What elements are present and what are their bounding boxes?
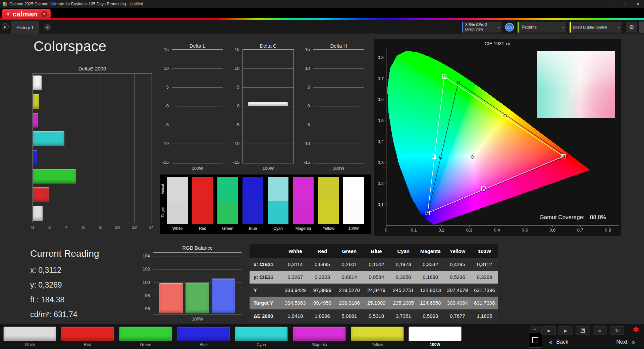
- collapse-panel-button[interactable]: ▲: [530, 326, 540, 331]
- y-tick-label: 98: [145, 293, 150, 298]
- close-button[interactable]: ×: [632, 0, 644, 8]
- calman-menu-button[interactable]: ✳ calman ▾: [2, 9, 51, 19]
- table-cell: 631,7396: [471, 297, 498, 310]
- table-cell: 97,3899: [309, 284, 336, 297]
- rgb-plot-area: [153, 252, 242, 314]
- play-button[interactable]: ▶: [558, 326, 573, 335]
- delta-l-bar: [177, 106, 217, 106]
- y-tick-label: 102: [143, 266, 150, 271]
- rgb-balance-chart: RGB Balance 1041021009896 100W: [141, 245, 245, 322]
- table-cell: 1,1605: [471, 309, 498, 322]
- minimize-button[interactable]: ─: [608, 0, 620, 8]
- table-cell: 0,1973: [390, 258, 417, 271]
- deltae-bar-cyan: [33, 131, 64, 146]
- reading-y: y: 0,3269: [30, 281, 99, 290]
- back-chevrons-icon: «: [549, 338, 552, 346]
- pattern-button-magenta[interactable]: Magenta: [293, 327, 346, 348]
- settings-gear-button[interactable]: ⚙: [626, 21, 637, 33]
- table-row--e-2000[interactable]: ΔE 20001,04181,89965,08810,53183,73510,5…: [250, 309, 498, 322]
- meter-selector[interactable]: X-Rite i1Pro 2 Direct View ▾: [462, 21, 502, 33]
- pattern-color: [293, 327, 346, 341]
- table-row-y[interactable]: Y333,942997,3899219,527024,8479245,27511…: [250, 284, 498, 297]
- refresh-button[interactable]: ↻: [610, 326, 624, 335]
- rgb-bar-green: [185, 283, 209, 313]
- pattern-button-white[interactable]: White: [3, 327, 56, 348]
- pattern-button-green[interactable]: Green: [119, 327, 172, 348]
- transport-controls: ■ ▶ ∞ ↻: [541, 326, 624, 335]
- restore-button[interactable]: □: [620, 0, 632, 8]
- pattern-button-100w[interactable]: 100W: [409, 327, 462, 348]
- meter-badge[interactable]: 233: [505, 23, 514, 32]
- table-row-x-cie31[interactable]: x: CIE310,31140,64950,26010,15020,19730,…: [250, 258, 498, 271]
- current-reading: Current Reading x: 0,3112 y: 0,3269 fL: …: [30, 248, 99, 324]
- pattern-bar: WhiteRedGreenBlueCyanMagentaYellow100W ▲…: [0, 324, 644, 349]
- delta-c-bar: [248, 102, 288, 106]
- add-tab-button[interactable]: +: [44, 24, 51, 31]
- pattern-button-label: Blue: [177, 342, 230, 347]
- table-cell: 0,5993: [417, 309, 444, 322]
- y-tick-label: -10: [233, 141, 239, 146]
- delta-h-chart: Delta H 151050-5-10-15 100W: [301, 43, 365, 177]
- patterns-selector[interactable]: Patterns ▾: [517, 21, 567, 33]
- pattern-button-cyan[interactable]: Cyan: [235, 327, 288, 348]
- calman-logo-text: calman: [13, 10, 38, 18]
- stop-button[interactable]: ■: [541, 326, 556, 335]
- pattern-button-label: Green: [119, 342, 172, 347]
- pattern-button-red[interactable]: Red: [61, 327, 114, 348]
- row-label: x: CIE31: [250, 258, 282, 271]
- table-cell: 3,7351: [390, 309, 417, 322]
- table-row-y-cie31[interactable]: y: CIE310,32670,33030,68140,05840,32500,…: [250, 271, 498, 284]
- pattern-button-label: Red: [61, 342, 114, 347]
- deltae-bar-yellow: [33, 94, 39, 109]
- table-cell: 209,9106: [336, 297, 363, 310]
- pattern-color: [351, 327, 404, 341]
- y-tick-label: 104: [143, 253, 150, 258]
- y-tick-label: -5: [306, 122, 310, 127]
- edge-panel-button[interactable]: [639, 21, 644, 33]
- display-control-selector[interactable]: Direct Display Control ▾: [569, 21, 622, 33]
- reading-cdm2: cd/m²: 631,74: [30, 310, 99, 319]
- flyout-button[interactable]: ▶: [2, 23, 9, 30]
- table-cell: 0,4295: [444, 258, 471, 271]
- chart-title: DeltaE 2000: [33, 66, 152, 71]
- next-button[interactable]: Next »: [595, 337, 635, 347]
- delta-l-plot-area: [172, 49, 223, 163]
- x-axis-label: 100W: [172, 166, 223, 171]
- table-cell: 631,7396: [471, 284, 498, 297]
- y-tick-label: -15: [233, 160, 239, 165]
- tab-history-1[interactable]: History 1: [11, 21, 39, 34]
- table-corner-cell: [250, 244, 282, 258]
- target-swatch: [167, 201, 188, 224]
- gridline: [153, 269, 242, 269]
- pattern-button-yellow[interactable]: Yellow: [351, 327, 404, 348]
- save-button[interactable]: [576, 326, 590, 335]
- table-column-header: Magenta: [417, 244, 444, 258]
- table-cell: 0,5318: [363, 309, 390, 322]
- table-cell: 333,9429: [282, 284, 309, 297]
- chevron-down-icon: ▾: [496, 26, 501, 29]
- pattern-window-button[interactable]: [529, 333, 542, 348]
- chevron-down-icon: ▾: [560, 26, 566, 29]
- x-tick-label: 12: [132, 225, 137, 230]
- pattern-color: [119, 327, 172, 341]
- calman-app-window: Calman 2025 Calman Ultimate for Business…: [0, 0, 644, 349]
- target-swatch: [217, 201, 238, 224]
- pattern-color: [409, 327, 462, 341]
- measurement-table: WhiteRedGreenBlueCyanMagentaYellow100Wx:…: [250, 244, 498, 322]
- target-swatch: [293, 201, 314, 224]
- table-row-target-y[interactable]: Target Y334,596399,4958209,910625,190023…: [250, 297, 498, 310]
- pattern-button-label: Magenta: [293, 342, 346, 347]
- table-column-header: 100W: [471, 244, 498, 258]
- pattern-button-blue[interactable]: Blue: [177, 327, 230, 348]
- back-button[interactable]: « Back: [549, 337, 588, 347]
- y-axis: 1041021009896: [141, 252, 151, 314]
- gridline: [313, 144, 364, 144]
- delta-l-chart: Delta L 151050-5-10-15 100W: [160, 43, 223, 177]
- table-cell: 0,3303: [309, 271, 336, 284]
- stop-icon: ■: [547, 328, 550, 333]
- session-alert-icon[interactable]: ✱: [633, 325, 639, 334]
- link-button[interactable]: ∞: [593, 326, 607, 335]
- x-axis-label: 100W: [313, 166, 364, 171]
- logo-dropdown-icon[interactable]: ▾: [41, 11, 47, 17]
- swatch-label: Red: [199, 226, 206, 231]
